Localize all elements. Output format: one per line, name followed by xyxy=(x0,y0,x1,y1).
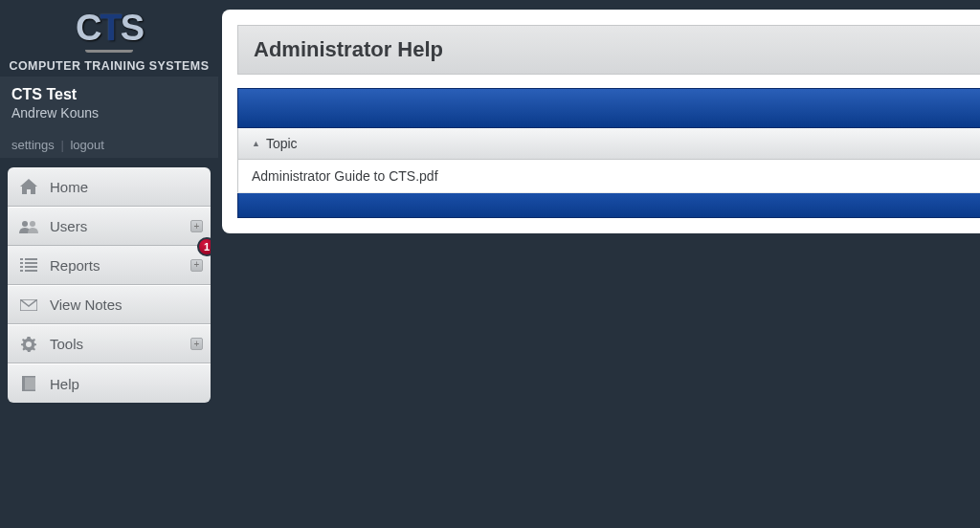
notification-badge: 1 xyxy=(197,237,211,256)
nav-home[interactable]: Home xyxy=(8,167,211,207)
sort-asc-icon: ▲ xyxy=(252,139,260,148)
svg-rect-8 xyxy=(20,270,23,272)
list-icon xyxy=(17,255,40,275)
user-info-block: CTS Test Andrew Kouns settings | logout xyxy=(0,77,218,158)
svg-rect-5 xyxy=(25,262,37,264)
nav-users[interactable]: Users + xyxy=(8,207,211,246)
table-top-bar xyxy=(237,88,980,128)
book-icon xyxy=(17,374,40,393)
svg-rect-12 xyxy=(25,376,35,391)
svg-rect-6 xyxy=(20,266,23,268)
table-header-row[interactable]: ▲ Topic xyxy=(237,128,980,160)
link-separator: | xyxy=(60,138,63,152)
svg-point-1 xyxy=(30,221,35,227)
nav-help[interactable]: Help xyxy=(8,363,211,403)
svg-rect-4 xyxy=(20,262,23,264)
settings-link[interactable]: settings xyxy=(11,138,55,152)
brand-logo: CTS COMPUTER TRAINING SYSTEMS xyxy=(0,0,218,77)
home-icon xyxy=(17,177,40,196)
users-icon xyxy=(17,217,40,236)
gear-icon xyxy=(17,335,40,354)
svg-rect-13 xyxy=(25,376,35,378)
main-panel: Administrator Help ▲ Topic Administrator… xyxy=(222,10,980,233)
svg-rect-9 xyxy=(25,270,37,272)
nav-users-label: Users xyxy=(50,218,87,234)
nav-view-notes[interactable]: View Notes xyxy=(8,285,211,324)
nav-reports[interactable]: Reports + xyxy=(8,246,211,285)
expand-icon[interactable]: + xyxy=(190,259,203,272)
nav-tools[interactable]: Tools + xyxy=(8,324,211,363)
main-nav: Home Users + Reports + 1 View Notes xyxy=(8,167,211,403)
brand-subtitle: COMPUTER TRAINING SYSTEMS xyxy=(9,58,210,73)
logo-letter-s: S xyxy=(121,8,143,48)
logout-link[interactable]: logout xyxy=(70,138,103,152)
nav-view-notes-label: View Notes xyxy=(50,297,122,313)
panel-header: Administrator Help xyxy=(237,25,980,75)
expand-icon[interactable]: + xyxy=(190,338,203,350)
nav-reports-label: Reports xyxy=(50,257,100,274)
nav-home-label: Home xyxy=(50,179,88,195)
org-name: CTS Test xyxy=(11,86,207,103)
logo-letter-t: T xyxy=(100,8,120,48)
svg-point-0 xyxy=(22,221,28,227)
page-title: Administrator Help xyxy=(254,37,965,62)
table-row[interactable]: Administrator Guide to CTS.pdf xyxy=(237,160,980,193)
envelope-icon xyxy=(17,296,40,315)
svg-rect-3 xyxy=(25,258,37,260)
user-name: Andrew Kouns xyxy=(11,105,207,121)
nav-tools-label: Tools xyxy=(50,336,83,352)
expand-icon[interactable]: + xyxy=(190,220,203,232)
table-bottom-bar xyxy=(237,193,980,218)
logo-letter-c: C xyxy=(76,8,100,48)
nav-help-label: Help xyxy=(50,376,79,392)
svg-rect-14 xyxy=(25,390,35,392)
svg-rect-11 xyxy=(22,376,25,391)
column-topic: Topic xyxy=(266,136,298,151)
svg-rect-7 xyxy=(25,266,37,268)
svg-rect-2 xyxy=(20,258,23,260)
